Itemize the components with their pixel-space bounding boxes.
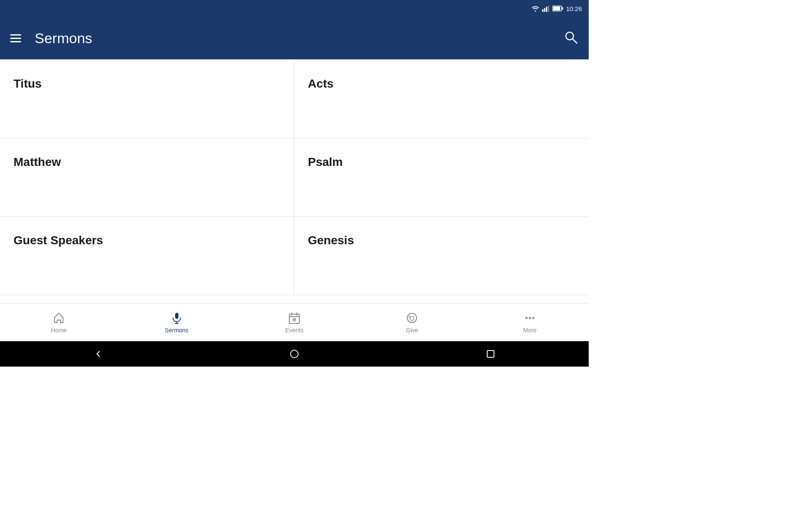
events-icon (288, 312, 301, 324)
svg-point-21 (291, 350, 298, 358)
psalm-label: Psalm (308, 155, 343, 169)
svg-rect-0 (542, 9, 543, 12)
home-icon (52, 312, 65, 324)
grid-cell-guest-speakers[interactable]: Guest Speakers (0, 217, 294, 295)
acts-label: Acts (308, 77, 334, 91)
grid-cell-acts[interactable]: Acts (294, 60, 589, 138)
nav-sermons-label: Sermons (165, 327, 189, 334)
give-icon (406, 312, 418, 324)
svg-rect-1 (544, 8, 546, 12)
svg-rect-6 (562, 7, 563, 10)
nav-item-sermons[interactable]: Sermons (118, 312, 235, 334)
wifi-icon (531, 5, 540, 12)
search-icon (563, 30, 579, 45)
genesis-label: Genesis (308, 234, 354, 247)
grid-cell-titus[interactable]: Titus (0, 60, 294, 138)
battery-icon (552, 6, 563, 11)
microphone-icon (170, 312, 183, 324)
nav-home-label: Home (51, 327, 67, 334)
recents-icon (486, 349, 496, 359)
status-icons: 10:26 (531, 5, 582, 12)
svg-rect-9 (175, 313, 178, 319)
titus-label: Titus (14, 77, 41, 91)
matthew-label: Matthew (14, 155, 61, 169)
svg-rect-3 (548, 6, 549, 12)
menu-button[interactable] (10, 34, 21, 42)
nav-events-label: Events (285, 327, 304, 334)
nav-item-events[interactable]: Events (236, 312, 353, 334)
svg-rect-22 (487, 351, 494, 357)
recents-button[interactable] (486, 349, 496, 359)
home-system-icon (289, 349, 299, 359)
status-time: 10:26 (566, 5, 582, 12)
nav-give-label: Give (406, 327, 418, 334)
nav-item-more[interactable]: More (471, 312, 589, 334)
grid-cell-genesis[interactable]: Genesis (294, 217, 589, 295)
back-button[interactable] (93, 349, 103, 359)
app-title: Sermons (35, 30, 92, 47)
svg-point-19 (529, 317, 531, 319)
nav-item-give[interactable]: Give (353, 312, 471, 334)
svg-line-8 (573, 39, 577, 43)
app-bar: Sermons (0, 17, 589, 59)
app-bar-left: Sermons (10, 30, 92, 47)
sermon-grid: Titus Acts Matthew Psalm Guest Speakers … (0, 60, 589, 295)
search-button[interactable] (563, 30, 579, 47)
svg-point-18 (525, 317, 527, 319)
status-bar: 10:26 (0, 0, 589, 17)
home-system-button[interactable] (289, 349, 299, 359)
svg-point-20 (532, 317, 534, 319)
nav-more-label: More (523, 327, 537, 334)
more-icon (524, 312, 536, 324)
grid-cell-psalm[interactable]: Psalm (294, 138, 589, 217)
back-icon (93, 349, 103, 359)
guest-speakers-label: Guest Speakers (14, 234, 103, 247)
system-nav (0, 341, 589, 367)
svg-rect-5 (553, 7, 560, 11)
svg-rect-2 (546, 7, 547, 12)
signal-icon (542, 5, 550, 12)
bottom-nav: Home Sermons Events Give (0, 303, 589, 341)
grid-cell-matthew[interactable]: Matthew (0, 138, 294, 217)
nav-item-home[interactable]: Home (0, 312, 118, 334)
